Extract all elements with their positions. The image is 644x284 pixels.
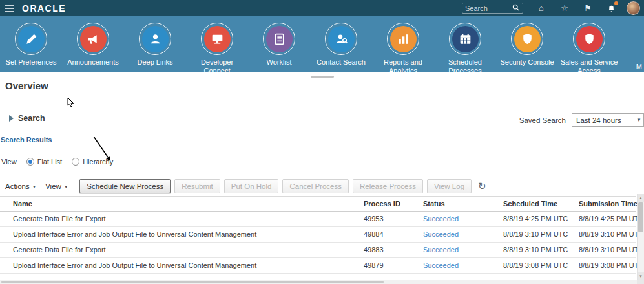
status-link[interactable]: Succeeded (423, 261, 459, 269)
bar-chart-icon (390, 26, 417, 52)
app-icon-deep-links[interactable]: Deep Links (124, 16, 186, 72)
status-link[interactable]: Succeeded (423, 246, 459, 254)
app-label: Set Preferences (1, 58, 61, 67)
cell-submission-time: 8/8/19 4:25 PM UTC (574, 212, 636, 226)
view-option-hierarchy[interactable]: Hierarchy (72, 158, 113, 166)
oracle-logo: ORACLE (22, 3, 66, 14)
status-link[interactable]: Succeeded (423, 230, 459, 238)
truncated-app-label: M (636, 63, 642, 71)
app-icon-security-console[interactable]: Security Console (496, 16, 558, 72)
column-header-status: Status (418, 197, 498, 211)
cell-process-id: 49883 (358, 243, 418, 257)
table-header-row: Name Process ID Status Scheduled Time Su… (0, 196, 636, 212)
global-header-actions: ⌂ ☆ ⚑ (462, 0, 644, 16)
app-icon-contact-search[interactable]: Contact Search (310, 16, 372, 72)
app-label: Security Console (497, 58, 557, 67)
refresh-icon[interactable]: ↻ (478, 179, 486, 193)
horizontal-scrollbar[interactable] (0, 280, 637, 284)
scrollbar-corner (637, 280, 644, 284)
chevron-down-icon: ▼ (634, 117, 643, 123)
cell-name: Upload Interface Error and Job Output Fi… (0, 227, 358, 242)
cell-name: Generate Data File for Export (0, 243, 358, 257)
table-row[interactable]: Generate Data File for Export 49953 Succ… (0, 212, 636, 227)
column-header-process-id: Process ID (358, 197, 418, 211)
chevron-right-icon (9, 115, 14, 122)
cell-process-id: 49884 (358, 227, 418, 242)
notifications-bell-icon[interactable] (599, 0, 623, 16)
app-label: Contact Search (311, 58, 371, 67)
radio-label: Hierarchy (83, 158, 113, 166)
actions-menu[interactable]: Actions (3, 182, 39, 190)
app-icon-scheduled-processes[interactable]: Scheduled Processes (434, 16, 496, 72)
app-icon-announcements[interactable]: Announcements (62, 16, 124, 72)
shield-icon (514, 26, 541, 52)
clipboard-icon (266, 26, 293, 52)
table-row[interactable]: Upload Interface Error and Job Output Fi… (0, 227, 636, 243)
column-header-scheduled-time: Scheduled Time (498, 197, 574, 211)
cancel-process-button: Cancel Process (282, 179, 349, 193)
megaphone-icon (80, 26, 107, 52)
cell-submission-time: 8/8/19 3:10 PM UTC (574, 243, 636, 257)
cell-scheduled-time: 8/8/19 3:10 PM UTC (498, 227, 574, 242)
cell-scheduled-time: 8/8/19 3:10 PM UTC (498, 243, 574, 257)
global-search-input[interactable] (465, 5, 512, 12)
application-window: ORACLE ⌂ ☆ ⚑ Set Pref (0, 0, 644, 284)
user-avatar[interactable] (627, 1, 640, 15)
cell-submission-time: 8/8/19 3:08 PM UTC (574, 258, 636, 273)
cell-name: Generate Data File for Export (0, 212, 358, 226)
put-on-hold-button: Put On Hold (224, 179, 279, 193)
table-row[interactable]: Generate Data File for Export 49883 Succ… (0, 243, 636, 258)
app-icon-set-preferences[interactable]: Set Preferences (0, 16, 62, 72)
app-label: Developer Connect (187, 58, 247, 72)
view-log-button: View Log (427, 179, 472, 193)
scroll-down-arrow[interactable]: ▼ (638, 272, 644, 280)
search-icon[interactable] (512, 3, 520, 14)
cell-name: Upload Interface Error and Job Output Fi… (0, 258, 358, 273)
springboard: Set Preferences Announcements Deep Links… (0, 16, 644, 72)
search-section-label: Search (18, 114, 45, 123)
view-menu[interactable]: View (43, 182, 70, 190)
view-options: View Flat List Hierarchy (1, 158, 113, 166)
app-label: Announcements (63, 58, 123, 67)
app-label: Worklist (249, 58, 309, 67)
page-title: Overview (5, 80, 48, 91)
band-drag-handle[interactable] (311, 76, 334, 78)
cell-process-id: 49953 (358, 212, 418, 226)
mouse-cursor (68, 98, 74, 107)
app-label: Reports and Analytics (373, 58, 433, 72)
app-label: Deep Links (125, 58, 185, 67)
radio-label: Flat List (37, 158, 63, 166)
schedule-new-process-button[interactable]: Schedule New Process (79, 179, 171, 193)
app-icon-sales-and-service-access[interactable]: Sales and Service Access (558, 16, 620, 72)
global-search (462, 3, 523, 14)
app-icon-worklist[interactable]: Worklist (248, 16, 310, 72)
favorites-star-icon[interactable]: ☆ (553, 0, 576, 16)
scroll-up-arrow[interactable]: ▲ (638, 194, 644, 202)
table-row[interactable]: Upload Interface Error and Job Output Fi… (0, 258, 636, 274)
search-results-heading: Search Results (1, 136, 52, 144)
saved-search-select[interactable]: Last 24 hours ▼ (572, 113, 644, 127)
radio-hierarchy[interactable] (72, 158, 79, 166)
column-header-name: Name (0, 197, 358, 211)
view-label: View (1, 158, 17, 166)
person-search-icon (328, 26, 355, 52)
home-icon[interactable]: ⌂ (530, 0, 553, 16)
view-option-flat-list[interactable]: Flat List (26, 158, 63, 166)
hamburger-menu-icon[interactable] (0, 3, 19, 13)
flag-icon[interactable]: ⚑ (576, 0, 599, 16)
vertical-scroll-thumb[interactable] (638, 202, 643, 232)
app-icon-developer-connect[interactable]: Developer Connect (186, 16, 248, 72)
horizontal-scroll-thumb[interactable] (1, 281, 384, 283)
app-icon-reports-and-analytics[interactable]: Reports and Analytics (372, 16, 434, 72)
pencil-icon (18, 26, 45, 52)
resubmit-button: Resubmit (174, 179, 220, 193)
status-link[interactable]: Succeeded (423, 215, 459, 223)
cell-process-id: 49879 (358, 258, 418, 273)
radio-flat-list[interactable] (26, 158, 34, 166)
vertical-scrollbar[interactable]: ▲ ▼ (637, 194, 644, 280)
cell-scheduled-time: 8/8/19 4:25 PM UTC (498, 212, 574, 226)
processes-table: Name Process ID Status Scheduled Time Su… (0, 196, 636, 274)
search-expander[interactable]: Search (9, 114, 45, 123)
shield-icon (576, 26, 603, 52)
person-icon (142, 26, 169, 52)
